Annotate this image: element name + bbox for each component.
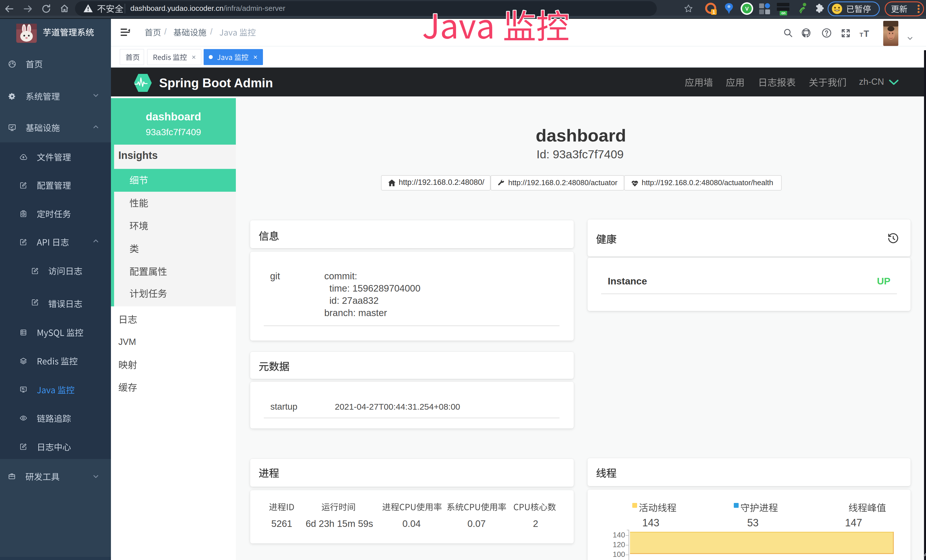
svg-text:T: T: [859, 31, 863, 38]
svg-text:V: V: [745, 6, 749, 12]
svg-text:1: 1: [713, 10, 715, 15]
svg-text:T: T: [864, 29, 869, 39]
svg-text:on: on: [781, 11, 786, 15]
